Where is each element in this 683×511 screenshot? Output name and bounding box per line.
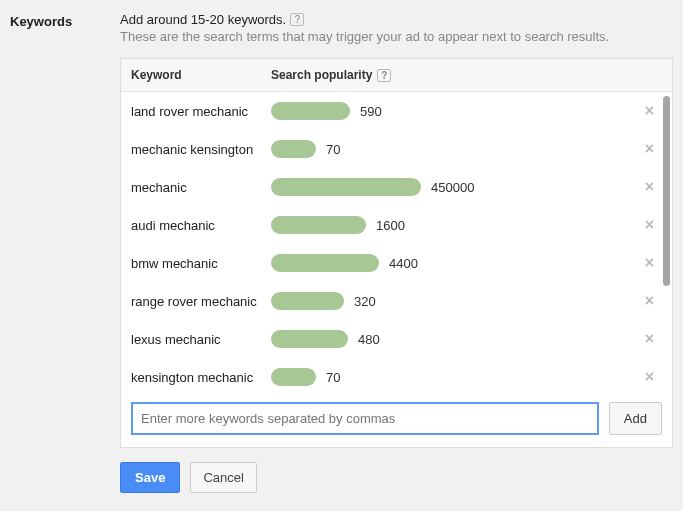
- popularity-value: 70: [326, 370, 340, 385]
- help-icon[interactable]: ?: [377, 69, 391, 82]
- popularity-bar: [271, 140, 316, 158]
- popularity-bar: [271, 216, 366, 234]
- add-button[interactable]: Add: [609, 402, 662, 435]
- remove-icon[interactable]: ×: [645, 254, 654, 272]
- keyword-cell: lexus mechanic: [131, 332, 271, 347]
- col-header-popularity: Search popularity: [271, 68, 372, 82]
- popularity-value: 320: [354, 294, 376, 309]
- help-icon[interactable]: ?: [290, 13, 304, 26]
- hint-text: Add around 15-20 keywords.: [120, 12, 286, 27]
- popularity-cell: 450000: [271, 178, 662, 196]
- popularity-cell: 590: [271, 102, 662, 120]
- table-row: lexus mechanic480×: [121, 320, 672, 358]
- keywords-panel: Keyword Search popularity ? land rover m…: [120, 58, 673, 448]
- remove-icon[interactable]: ×: [645, 330, 654, 348]
- keyword-input[interactable]: [131, 402, 599, 435]
- keyword-cell: land rover mechanic: [131, 104, 271, 119]
- popularity-value: 1600: [376, 218, 405, 233]
- table-row: kensington mechanic70×: [121, 358, 672, 392]
- remove-icon[interactable]: ×: [645, 178, 654, 196]
- remove-icon[interactable]: ×: [645, 216, 654, 234]
- keyword-cell: audi mechanic: [131, 218, 271, 233]
- popularity-cell: 320: [271, 292, 662, 310]
- popularity-cell: 480: [271, 330, 662, 348]
- cancel-button[interactable]: Cancel: [190, 462, 256, 493]
- popularity-cell: 70: [271, 140, 662, 158]
- section-label: Keywords: [10, 12, 120, 493]
- table-row: mechanic kensington70×: [121, 130, 672, 168]
- keyword-cell: bmw mechanic: [131, 256, 271, 271]
- col-header-keyword: Keyword: [131, 68, 271, 82]
- remove-icon[interactable]: ×: [645, 140, 654, 158]
- popularity-value: 590: [360, 104, 382, 119]
- table-row: audi mechanic1600×: [121, 206, 672, 244]
- table-row: bmw mechanic4400×: [121, 244, 672, 282]
- popularity-bar: [271, 292, 344, 310]
- popularity-bar: [271, 254, 379, 272]
- popularity-cell: 1600: [271, 216, 662, 234]
- sub-hint: These are the search terms that may trig…: [120, 29, 673, 44]
- keyword-cell: range rover mechanic: [131, 294, 271, 309]
- panel-header: Keyword Search popularity ?: [121, 59, 672, 92]
- popularity-bar: [271, 102, 350, 120]
- keyword-cell: mechanic: [131, 180, 271, 195]
- table-row: land rover mechanic590×: [121, 92, 672, 130]
- keyword-cell: mechanic kensington: [131, 142, 271, 157]
- popularity-bar: [271, 330, 348, 348]
- popularity-cell: 70: [271, 368, 662, 386]
- popularity-bar: [271, 178, 421, 196]
- popularity-bar: [271, 368, 316, 386]
- scrollbar[interactable]: [663, 96, 670, 286]
- table-row: mechanic450000×: [121, 168, 672, 206]
- save-button[interactable]: Save: [120, 462, 180, 493]
- table-row: range rover mechanic320×: [121, 282, 672, 320]
- popularity-value: 70: [326, 142, 340, 157]
- popularity-cell: 4400: [271, 254, 662, 272]
- popularity-value: 450000: [431, 180, 474, 195]
- remove-icon[interactable]: ×: [645, 102, 654, 120]
- keyword-cell: kensington mechanic: [131, 370, 271, 385]
- popularity-value: 4400: [389, 256, 418, 271]
- remove-icon[interactable]: ×: [645, 292, 654, 310]
- remove-icon[interactable]: ×: [645, 368, 654, 386]
- popularity-value: 480: [358, 332, 380, 347]
